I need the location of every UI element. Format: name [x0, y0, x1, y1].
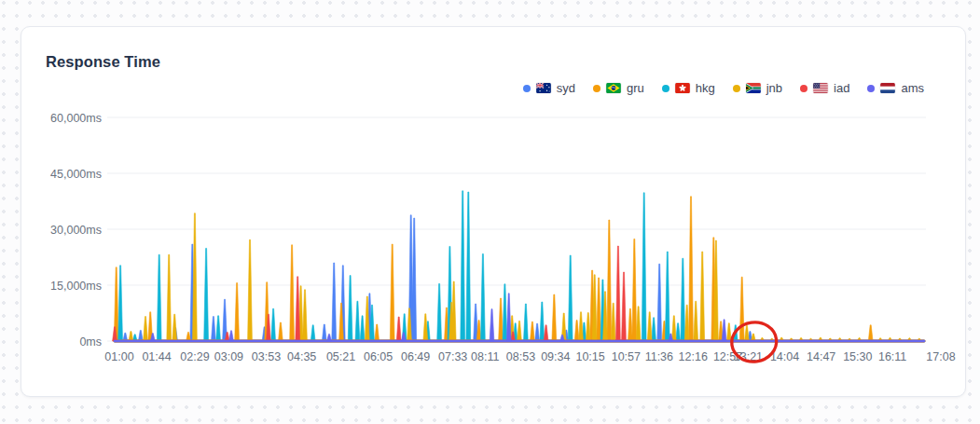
flag-hk-icon [675, 83, 690, 93]
y-axis-tick-label: 60,000ms [50, 112, 102, 125]
series-color-dot [867, 85, 875, 92]
x-axis-tick-label: 15:30 [843, 350, 872, 363]
x-axis-tick-label: 07:33 [438, 350, 467, 363]
x-axis-tick-label: 08:53 [506, 350, 535, 363]
x-axis-tick-label: 01:44 [142, 350, 171, 363]
x-axis-tick-label: 04:35 [287, 350, 316, 363]
legend-item-jnb[interactable]: jnb [733, 81, 782, 95]
legend-item-gru[interactable]: gru [593, 81, 644, 95]
series-color-dot [593, 85, 600, 92]
legend-label: hkg [696, 81, 715, 95]
x-axis-tick-label: 08:11 [471, 350, 499, 363]
y-axis-tick-label: 15,000ms [50, 280, 102, 293]
legend-label: ams [901, 81, 924, 95]
chart-legend: sydgruhkgjnbiadams [523, 81, 924, 95]
x-axis-tick-label: 06:05 [364, 350, 393, 363]
series-spikes-gru [114, 197, 873, 341]
x-axis-tick-label: 17:08 [926, 350, 955, 363]
page-background: { "card": { "title": "Response Time" }, … [0, 0, 980, 424]
series-color-dot [523, 85, 531, 92]
x-axis-tick-label: 01:00 [104, 350, 133, 363]
response-time-card: Response Time sydgruhkgjnbiadams 60,000m… [21, 26, 966, 397]
flag-za-icon [746, 83, 761, 93]
x-axis-tick-label: 09:34 [541, 350, 570, 363]
x-axis-tick-label: 16:11 [878, 350, 906, 363]
legend-item-syd[interactable]: syd [523, 81, 575, 95]
flag-br-icon [606, 83, 621, 93]
legend-label: jnb [766, 81, 782, 95]
series-color-dot [662, 85, 669, 92]
x-axis-tick-label: 03:53 [252, 350, 281, 363]
x-axis-tick-label: 10:57 [612, 350, 641, 363]
x-axis-tick-label: 06:49 [401, 350, 430, 363]
flag-au-icon [536, 83, 551, 93]
legend-item-hkg[interactable]: hkg [662, 81, 715, 95]
response-time-chart[interactable]: 60,000ms45,000ms30,000ms15,000ms0ms01:00… [38, 103, 965, 383]
x-axis-tick-label: 03:09 [214, 350, 243, 363]
flag-nl-icon [880, 83, 895, 93]
legend-item-ams[interactable]: ams [867, 81, 924, 95]
y-axis-tick-label: 0ms [79, 335, 102, 349]
y-axis-tick-label: 30,000ms [50, 224, 102, 237]
y-axis-tick-label: 45,000ms [50, 168, 102, 181]
x-axis-tick-label: 02:29 [180, 350, 209, 363]
series-color-dot [733, 85, 740, 92]
x-axis-tick-label: 12:16 [679, 350, 708, 363]
x-axis-tick-label: 10:15 [575, 350, 604, 363]
series-color-dot [800, 85, 807, 92]
legend-item-iad[interactable]: iad [800, 81, 849, 95]
x-axis-tick-label: 11:36 [645, 350, 673, 363]
series-spikes-hkg [118, 191, 738, 341]
legend-label: iad [834, 81, 849, 95]
legend-label: syd [557, 81, 575, 95]
x-axis-tick-label: 05:21 [326, 350, 355, 363]
flag-us-icon [813, 83, 828, 93]
page-title: Response Time [46, 53, 160, 71]
x-axis-tick-label: 14:47 [807, 350, 835, 363]
legend-label: gru [627, 81, 644, 95]
